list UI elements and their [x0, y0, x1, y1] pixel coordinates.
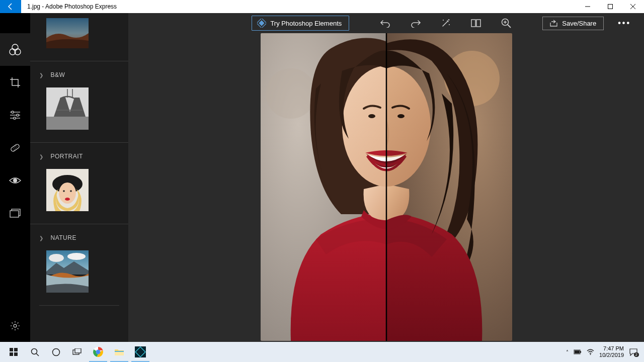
window-title: 1.jpg - Adobe Photoshop Express	[21, 0, 117, 13]
sparkle-icon	[441, 18, 451, 28]
svg-rect-67	[115, 351, 124, 352]
settings-button[interactable]	[0, 309, 30, 342]
svg-point-10	[17, 114, 19, 116]
system-tray[interactable]: ˄ 7:47 PM 10/2/2019 2	[566, 345, 641, 358]
chrome-icon	[93, 346, 104, 357]
svg-point-65	[97, 350, 100, 354]
category-label: NATURE	[51, 234, 76, 241]
svg-rect-38	[476, 20, 480, 27]
ellipsis-icon: •••	[618, 19, 631, 27]
cortana-icon	[52, 348, 60, 356]
compare-button[interactable]	[462, 15, 490, 32]
cortana-button[interactable]	[45, 342, 66, 362]
svg-rect-61	[75, 348, 81, 353]
auto-enhance-button[interactable]	[432, 15, 460, 32]
top-toolbar: Try Photoshop Elements	[128, 13, 644, 33]
svg-rect-54	[14, 348, 18, 351]
battery-icon[interactable]	[574, 348, 582, 355]
category-header-bw[interactable]: ❯ B&W	[39, 71, 119, 78]
corrections-tool[interactable]	[0, 99, 30, 131]
tool-rail	[0, 13, 30, 342]
tray-time: 7:47 PM	[603, 345, 624, 352]
category-portrait: ❯ PORTRAIT	[30, 142, 128, 224]
category-header-portrait[interactable]: ❯ PORTRAIT	[39, 153, 119, 160]
try-elements-label: Try Photoshop Elements	[270, 20, 342, 27]
elements-icon	[257, 19, 266, 28]
svg-point-12	[14, 117, 16, 119]
tray-clock[interactable]: 7:47 PM 10/2/2019	[599, 345, 624, 358]
category-header-nature[interactable]: ❯ NATURE	[39, 234, 119, 241]
maximize-button[interactable]	[599, 0, 621, 13]
undo-icon	[380, 19, 391, 28]
svg-point-16	[13, 178, 17, 183]
svg-line-58	[36, 353, 39, 356]
svg-rect-18	[10, 211, 19, 217]
looks-panel: ❯ B&W ❯ PORTRAIT	[30, 13, 128, 342]
back-button[interactable]	[0, 0, 21, 13]
taskbar-chrome[interactable]	[88, 342, 109, 362]
taskbar-photoshop-express[interactable]	[130, 342, 151, 362]
search-button[interactable]	[24, 342, 45, 362]
spot-heal-tool[interactable]	[0, 131, 30, 164]
svg-point-4	[12, 44, 18, 50]
more-button[interactable]: •••	[611, 19, 638, 28]
undo-button[interactable]	[371, 15, 399, 32]
svg-rect-68	[135, 346, 146, 357]
svg-point-8	[12, 111, 14, 113]
taskbar-explorer[interactable]	[109, 342, 130, 362]
start-button[interactable]	[3, 342, 24, 362]
svg-rect-36	[259, 20, 265, 26]
thumbnail-landscape[interactable]	[46, 18, 89, 48]
svg-rect-71	[580, 351, 581, 353]
thumbnail-portrait[interactable]	[46, 169, 89, 211]
bandage-icon	[9, 142, 21, 154]
svg-point-29	[65, 198, 70, 201]
svg-point-48	[266, 68, 316, 119]
svg-point-31	[70, 190, 72, 192]
svg-point-30	[63, 190, 65, 192]
try-elements-button[interactable]: Try Photoshop Elements	[252, 16, 349, 31]
chevron-right-icon: ❯	[39, 154, 44, 159]
eye-icon	[9, 176, 22, 185]
category-top[interactable]	[30, 18, 128, 61]
svg-rect-1	[608, 5, 612, 9]
wifi-icon[interactable]	[587, 349, 594, 355]
sliders-icon	[9, 110, 21, 120]
svg-point-34	[67, 253, 86, 260]
crop-tool[interactable]	[0, 66, 30, 99]
tray-date: 10/2/2019	[599, 352, 624, 358]
svg-rect-22	[46, 117, 89, 130]
close-button[interactable]	[621, 0, 644, 13]
main-canvas-image[interactable]	[261, 33, 512, 341]
tray-chevron-icon[interactable]: ˄	[566, 349, 569, 355]
save-share-label: Save/Share	[562, 20, 596, 27]
gear-icon	[10, 320, 21, 331]
share-icon	[550, 20, 558, 27]
minimize-button[interactable]	[576, 0, 599, 13]
svg-line-40	[508, 25, 511, 28]
svg-point-59	[52, 348, 59, 355]
compare-icon	[471, 19, 481, 28]
chevron-right-icon: ❯	[39, 235, 44, 241]
task-view-button[interactable]	[66, 342, 88, 362]
category-bw: ❯ B&W	[30, 61, 128, 142]
looks-tool[interactable]	[0, 33, 30, 66]
svg-rect-55	[10, 352, 13, 356]
borders-tool[interactable]	[0, 197, 30, 229]
search-icon	[31, 348, 39, 356]
red-eye-tool[interactable]	[0, 164, 30, 197]
canvas-area: Try Photoshop Elements	[128, 13, 644, 342]
windows-icon	[10, 348, 18, 356]
crop-icon	[10, 77, 21, 88]
looks-icon	[9, 43, 22, 56]
svg-rect-56	[14, 352, 18, 356]
svg-rect-72	[575, 350, 580, 353]
redo-button[interactable]	[401, 15, 430, 32]
zoom-button[interactable]	[492, 15, 520, 32]
action-center-button[interactable]: 2	[629, 348, 638, 356]
ps-express-icon	[135, 346, 146, 357]
svg-point-73	[590, 354, 591, 355]
save-share-button[interactable]: Save/Share	[542, 17, 604, 30]
thumbnail-nature[interactable]	[46, 250, 89, 293]
thumbnail-bw[interactable]	[46, 87, 89, 130]
